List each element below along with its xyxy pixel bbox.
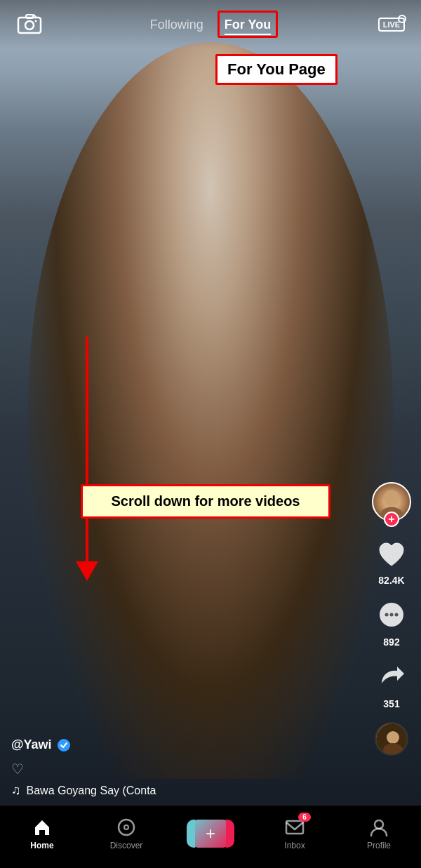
home-label: Home bbox=[30, 841, 53, 850]
share-action[interactable]: 351 bbox=[374, 660, 409, 709]
heart-small-icon: ♡ bbox=[11, 761, 365, 777]
music-row: ♫ Bawa Goyang Say (Conta bbox=[11, 783, 365, 798]
svg-point-10 bbox=[395, 613, 399, 617]
heart-icon-container bbox=[374, 537, 409, 572]
svg-point-4 bbox=[35, 20, 37, 22]
like-count: 82.4K bbox=[378, 575, 404, 586]
inbox-badge: 6 bbox=[298, 813, 311, 822]
scroll-annotation: Scroll down for more videos bbox=[81, 484, 330, 519]
nav-create[interactable]: + bbox=[189, 820, 232, 848]
live-icon: LIVE bbox=[378, 18, 405, 32]
svg-point-9 bbox=[390, 613, 394, 617]
scroll-arrow bbox=[76, 337, 98, 581]
svg-point-17 bbox=[375, 820, 383, 829]
follow-plus-icon[interactable]: + bbox=[384, 512, 399, 527]
following-tab[interactable]: Following bbox=[150, 15, 203, 35]
svg-point-5 bbox=[384, 490, 399, 505]
verified-badge bbox=[58, 739, 70, 752]
discover-icon bbox=[116, 817, 137, 838]
for-you-page-annotation: For You Page bbox=[215, 54, 338, 85]
like-action[interactable]: 82.4K bbox=[374, 537, 409, 586]
music-avatar[interactable] bbox=[375, 722, 408, 756]
share-count: 351 bbox=[383, 698, 399, 709]
creator-avatar-container[interactable]: + bbox=[372, 482, 411, 521]
comment-icon-container bbox=[374, 599, 409, 634]
discover-label: Discover bbox=[110, 841, 143, 850]
arrow-line bbox=[86, 337, 88, 561]
username-row: @Yawi bbox=[11, 737, 365, 752]
svg-point-15 bbox=[124, 825, 128, 829]
camera-button[interactable] bbox=[14, 9, 45, 40]
for-you-tab[interactable]: For You bbox=[225, 15, 271, 35]
svg-point-8 bbox=[385, 613, 389, 617]
top-navigation: Following For You LIVE bbox=[0, 0, 421, 49]
svg-rect-0 bbox=[18, 18, 41, 33]
arrow-head bbox=[76, 561, 98, 581]
nav-tabs: Following For You bbox=[150, 15, 271, 35]
nav-inbox[interactable]: 6 Inbox bbox=[274, 817, 316, 850]
comment-count: 892 bbox=[383, 636, 399, 648]
music-text: Bawa Goyang Say (Conta bbox=[27, 784, 156, 797]
svg-rect-2 bbox=[26, 15, 33, 18]
nav-discover[interactable]: Discover bbox=[105, 817, 147, 850]
nav-profile[interactable]: Profile bbox=[358, 817, 400, 850]
music-note-icon: ♫ bbox=[11, 783, 21, 798]
bottom-navigation: Home Discover + 6 Inbox bbox=[0, 805, 421, 868]
create-button[interactable]: + bbox=[191, 820, 230, 848]
svg-point-12 bbox=[387, 731, 399, 744]
inbox-label: Inbox bbox=[284, 841, 305, 850]
right-sidebar: + 82.4K 892 351 bbox=[372, 482, 411, 756]
nav-home[interactable]: Home bbox=[21, 817, 63, 850]
svg-point-1 bbox=[25, 21, 34, 29]
profile-icon bbox=[368, 817, 389, 838]
comment-action[interactable]: 892 bbox=[374, 599, 409, 648]
live-button[interactable]: LIVE bbox=[376, 9, 407, 40]
svg-rect-16 bbox=[286, 821, 303, 834]
inbox-icon: 6 bbox=[284, 817, 305, 838]
home-icon bbox=[32, 817, 53, 838]
username: @Yawi bbox=[11, 737, 52, 752]
profile-label: Profile bbox=[367, 841, 391, 850]
plus-icon: + bbox=[206, 824, 215, 843]
share-icon-container bbox=[374, 660, 409, 695]
bottom-info: @Yawi ♡ ♫ Bawa Goyang Say (Conta bbox=[11, 737, 365, 798]
svg-point-14 bbox=[119, 820, 134, 835]
